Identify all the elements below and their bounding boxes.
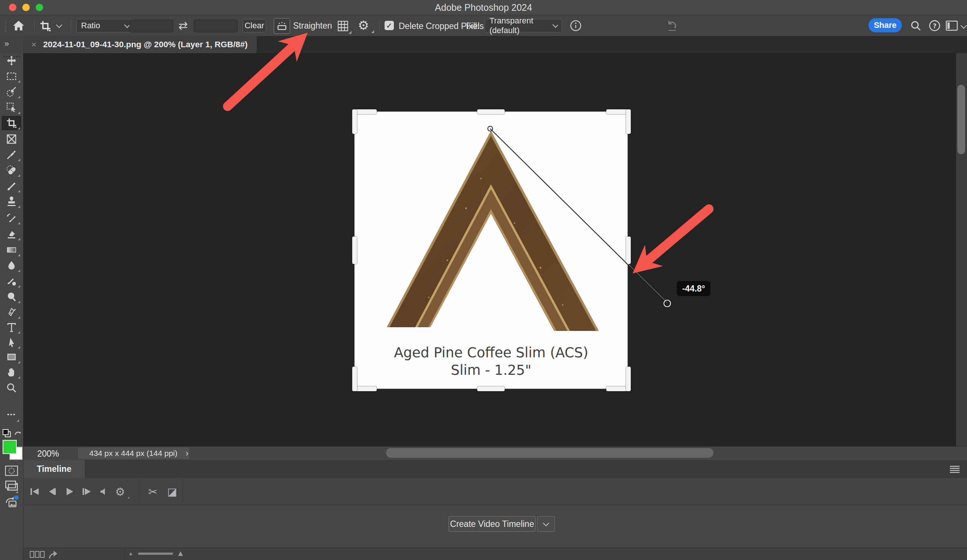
crop-width-input[interactable] [129,20,173,32]
edit-toolbar-ellipsis-icon[interactable]: ••• [0,411,23,418]
crop-settings-gear-icon[interactable]: ⚙ [358,18,369,33]
reset-icon[interactable] [666,19,678,33]
tool-type[interactable] [1,320,22,335]
timeline-controls-bar: ⚙ ✂ ◪ [23,478,967,505]
transition-icon[interactable]: ◪ [165,484,180,499]
toolbar-header[interactable]: » [0,36,23,53]
screen-mode-icon[interactable] [5,480,18,493]
crop-handle-top-center[interactable] [477,109,505,114]
default-colors-icon[interactable] [2,429,12,440]
crop-handle-bottom-center[interactable] [477,386,505,391]
document-tab[interactable]: × 2024-11-01_09-41-30.png @ 200% (Layer … [23,36,257,53]
play-button[interactable] [62,484,77,499]
generative-update-icon[interactable] [4,495,18,511]
clear-button[interactable]: Clear [243,19,266,32]
toolbar: ••• [0,53,23,560]
tool-move[interactable] [1,53,22,68]
tool-frame[interactable] [1,132,22,147]
delete-cropped-pixels-checkbox[interactable]: ✓ [384,21,394,30]
crop-boundary[interactable] [355,112,627,389]
timeline-zoom-out-icon[interactable]: ▲ [128,551,133,556]
document-info-box[interactable]: 434 px x 444 px (144 ppi) › [78,447,189,459]
status-bar: 200% 434 px x 444 px (144 ppi) › [23,446,967,460]
straighten-label[interactable]: Straighten [293,21,332,31]
swap-colors-icon[interactable] [13,429,22,439]
tool-brush[interactable] [1,178,22,193]
horizontal-scrollbar-thumb[interactable] [386,448,713,458]
create-video-timeline-button[interactable]: Create Video Timeline [449,516,536,532]
panel-menu-icon[interactable] [949,465,960,473]
tool-crop[interactable] [1,115,22,131]
crop-handle-top-right[interactable] [626,109,631,134]
options-bar-grip[interactable] [5,20,6,31]
tool-path-selection[interactable] [1,335,22,349]
straighten-end-handle[interactable] [664,300,671,307]
tool-zoom[interactable] [1,380,22,395]
quick-mask-icon[interactable] [5,465,18,478]
info-icon[interactable] [570,20,582,33]
flyout-arrow [371,30,374,33]
audio-mute-button[interactable] [96,484,111,499]
separator [380,19,380,32]
ratio-select[interactable]: Ratio [76,19,134,32]
swap-dimensions-icon[interactable]: ⇄ [178,19,188,32]
workspace-chevron-icon[interactable] [961,23,967,29]
straighten-icon[interactable] [274,18,290,34]
tab-close-icon[interactable]: × [31,40,36,50]
foreground-color-swatch[interactable] [3,440,17,454]
straighten-angle-tooltip: -44.8° [677,281,710,296]
help-icon[interactable]: ? [929,20,941,33]
crop-handle-left-center[interactable] [352,237,357,264]
document-tab-title: 2024-11-01_09-41-30.png @ 200% (Layer 1,… [43,40,248,49]
canvas-area[interactable]: Aged Pine Coffee Slim (ACS) Slim - 1.25"… [23,53,967,446]
crop-handle-top-left[interactable] [352,109,357,134]
document-info-chevron-icon[interactable]: › [186,448,188,458]
crop-handle-bottom-left[interactable] [352,367,357,391]
timeline-zoom-in-icon[interactable]: ▲ [177,549,185,558]
tool-eraser[interactable] [1,226,22,241]
timeline-tab[interactable]: Timeline [23,460,85,478]
render-export-icon[interactable] [48,550,58,559]
next-frame-button[interactable] [79,484,94,499]
split-at-playhead-icon[interactable]: ✂ [145,484,160,499]
tool-eyedropper[interactable] [1,147,22,162]
home-icon[interactable] [13,20,25,33]
zoom-level-field[interactable]: 200% [37,449,59,459]
crop-overlay-grid-icon[interactable] [337,20,349,34]
previous-frame-button[interactable] [44,484,59,499]
tool-rectangle[interactable] [1,349,22,364]
timeline-zoom-slider[interactable] [138,553,173,555]
tool-clone-stamp[interactable] [1,194,22,209]
tool-smudge[interactable] [1,274,22,288]
tool-quick-selection[interactable] [1,84,22,99]
tool-dodge[interactable] [1,289,22,304]
first-frame-button[interactable] [27,484,42,499]
ratio-select-value: Ratio [81,21,100,30]
tool-rectangular-marquee[interactable] [1,69,22,84]
tool-history-brush[interactable] [1,211,22,225]
tool-spot-healing[interactable] [1,163,22,178]
crop-tool-preset-icon[interactable] [40,20,51,33]
crop-height-input[interactable] [194,20,238,32]
tool-preset-chevron-icon[interactable] [56,22,63,28]
timeline-type-dropdown-button[interactable] [537,516,555,532]
tool-gradient[interactable] [1,242,22,257]
tool-pen[interactable] [1,305,22,320]
tool-hand[interactable] [1,365,22,380]
collapse-toolbar-icon[interactable]: » [5,39,9,49]
timeline-settings-gear-icon[interactable]: ⚙ [113,484,127,499]
flyout-arrow [127,496,129,499]
tool-object-selection[interactable] [1,100,22,115]
tool-blur[interactable] [1,258,22,273]
search-icon[interactable] [910,20,922,33]
options-bar: Ratio ⇄ Clear Straighten ⚙ ✓ Delete Crop… [0,15,967,36]
fill-label: Fill: [466,21,479,31]
separator [34,19,35,32]
share-button[interactable]: Share [868,18,902,32]
crop-handle-bottom-right[interactable] [626,367,631,391]
fill-select[interactable]: Transparent (default) [485,19,562,32]
vertical-scrollbar-thumb[interactable] [957,85,965,154]
workspace-icon[interactable] [946,20,958,32]
crop-handle-right-center[interactable] [626,237,631,264]
frames-icon[interactable] [30,551,45,558]
